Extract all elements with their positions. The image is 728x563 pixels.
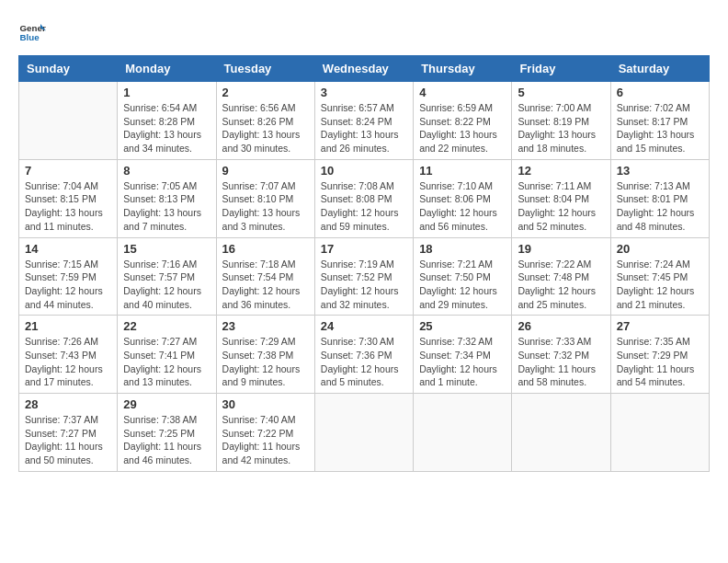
week-row-3: 14Sunrise: 7:15 AMSunset: 7:59 PMDayligh…: [19, 237, 710, 316]
day-number: 9: [222, 164, 309, 178]
day-number: 6: [617, 86, 703, 99]
sun-info: Sunrise: 7:16 AMSunset: 7:57 PMDaylight:…: [123, 258, 210, 312]
calendar: SundayMondayTuesdayWednesdayThursdayFrid…: [18, 55, 710, 472]
calendar-cell: 8Sunrise: 7:05 AMSunset: 8:13 PMDaylight…: [118, 159, 216, 237]
sun-info: Sunrise: 7:35 AMSunset: 7:29 PMDaylight:…: [617, 335, 703, 389]
calendar-cell: 20Sunrise: 7:24 AMSunset: 7:45 PMDayligh…: [610, 237, 709, 316]
day-number: 11: [419, 164, 506, 178]
weekday-header-sunday: Sunday: [19, 56, 118, 82]
day-number: 21: [25, 319, 111, 333]
day-number: 8: [123, 164, 210, 178]
sun-info: Sunrise: 6:56 AMSunset: 8:26 PMDaylight:…: [222, 101, 309, 155]
sun-info: Sunrise: 7:27 AMSunset: 7:41 PMDaylight:…: [123, 335, 210, 389]
sun-info: Sunrise: 7:21 AMSunset: 7:50 PMDaylight:…: [419, 258, 506, 312]
day-number: 18: [419, 242, 506, 256]
day-number: 16: [222, 242, 309, 256]
calendar-cell: 10Sunrise: 7:08 AMSunset: 8:08 PMDayligh…: [314, 159, 413, 237]
day-number: 24: [321, 319, 407, 333]
day-number: 27: [617, 319, 703, 333]
calendar-cell: 24Sunrise: 7:30 AMSunset: 7:36 PMDayligh…: [314, 316, 413, 394]
sun-info: Sunrise: 6:59 AMSunset: 8:22 PMDaylight:…: [419, 101, 506, 155]
day-number: 25: [419, 319, 506, 333]
week-row-5: 28Sunrise: 7:37 AMSunset: 7:27 PMDayligh…: [19, 394, 710, 472]
calendar-cell: 12Sunrise: 7:11 AMSunset: 8:04 PMDayligh…: [512, 159, 610, 237]
svg-text:Blue: Blue: [20, 32, 40, 42]
calendar-cell: [610, 394, 709, 472]
sun-info: Sunrise: 7:04 AMSunset: 8:15 PMDaylight:…: [25, 179, 111, 234]
day-number: 29: [123, 397, 210, 411]
logo: General Blue: [18, 18, 46, 46]
sun-info: Sunrise: 7:07 AMSunset: 8:10 PMDaylight:…: [222, 179, 309, 234]
weekday-header-tuesday: Tuesday: [216, 56, 314, 82]
day-number: 23: [222, 319, 309, 333]
sun-info: Sunrise: 7:38 AMSunset: 7:25 PMDaylight:…: [123, 413, 210, 467]
sun-info: Sunrise: 7:33 AMSunset: 7:32 PMDaylight:…: [518, 335, 604, 389]
header: General Blue: [18, 18, 710, 46]
day-number: 5: [518, 86, 604, 99]
week-row-1: 1Sunrise: 6:54 AMSunset: 8:28 PMDaylight…: [19, 82, 710, 160]
sun-info: Sunrise: 7:10 AMSunset: 8:06 PMDaylight:…: [419, 179, 506, 234]
calendar-cell: 22Sunrise: 7:27 AMSunset: 7:41 PMDayligh…: [118, 316, 216, 394]
day-number: 15: [123, 242, 210, 256]
day-number: 26: [518, 319, 604, 333]
calendar-cell: 7Sunrise: 7:04 AMSunset: 8:15 PMDaylight…: [19, 159, 118, 237]
sun-info: Sunrise: 6:57 AMSunset: 8:24 PMDaylight:…: [321, 101, 407, 155]
calendar-cell: [19, 82, 118, 160]
sun-info: Sunrise: 7:02 AMSunset: 8:17 PMDaylight:…: [617, 101, 703, 155]
sun-info: Sunrise: 7:13 AMSunset: 8:01 PMDaylight:…: [617, 179, 703, 234]
sun-info: Sunrise: 7:24 AMSunset: 7:45 PMDaylight:…: [617, 258, 703, 312]
day-number: 19: [518, 242, 604, 256]
sun-info: Sunrise: 7:15 AMSunset: 7:59 PMDaylight:…: [25, 258, 111, 312]
calendar-cell: 3Sunrise: 6:57 AMSunset: 8:24 PMDaylight…: [314, 82, 413, 160]
calendar-cell: [314, 394, 413, 472]
weekday-header-row: SundayMondayTuesdayWednesdayThursdayFrid…: [19, 56, 710, 82]
weekday-header-wednesday: Wednesday: [314, 56, 413, 82]
day-number: 3: [321, 86, 407, 99]
calendar-cell: 6Sunrise: 7:02 AMSunset: 8:17 PMDaylight…: [610, 82, 709, 160]
calendar-cell: 18Sunrise: 7:21 AMSunset: 7:50 PMDayligh…: [414, 237, 512, 316]
sun-info: Sunrise: 7:30 AMSunset: 7:36 PMDaylight:…: [321, 335, 407, 389]
day-number: 30: [222, 397, 309, 411]
calendar-cell: 29Sunrise: 7:38 AMSunset: 7:25 PMDayligh…: [118, 394, 216, 472]
calendar-cell: 26Sunrise: 7:33 AMSunset: 7:32 PMDayligh…: [512, 316, 610, 394]
calendar-cell: 2Sunrise: 6:56 AMSunset: 8:26 PMDaylight…: [216, 82, 314, 160]
sun-info: Sunrise: 6:54 AMSunset: 8:28 PMDaylight:…: [123, 101, 210, 155]
day-number: 20: [617, 242, 703, 256]
calendar-cell: 21Sunrise: 7:26 AMSunset: 7:43 PMDayligh…: [19, 316, 118, 394]
calendar-cell: 27Sunrise: 7:35 AMSunset: 7:29 PMDayligh…: [610, 316, 709, 394]
day-number: 2: [222, 86, 309, 99]
calendar-cell: 11Sunrise: 7:10 AMSunset: 8:06 PMDayligh…: [414, 159, 512, 237]
calendar-cell: 5Sunrise: 7:00 AMSunset: 8:19 PMDaylight…: [512, 82, 610, 160]
sun-info: Sunrise: 7:37 AMSunset: 7:27 PMDaylight:…: [25, 413, 111, 467]
sun-info: Sunrise: 7:22 AMSunset: 7:48 PMDaylight:…: [518, 258, 604, 312]
day-number: 12: [518, 164, 604, 178]
sun-info: Sunrise: 7:08 AMSunset: 8:08 PMDaylight:…: [321, 179, 407, 234]
week-row-2: 7Sunrise: 7:04 AMSunset: 8:15 PMDaylight…: [19, 159, 710, 237]
calendar-cell: [414, 394, 512, 472]
day-number: 17: [321, 242, 407, 256]
calendar-cell: 14Sunrise: 7:15 AMSunset: 7:59 PMDayligh…: [19, 237, 118, 316]
sun-info: Sunrise: 7:18 AMSunset: 7:54 PMDaylight:…: [222, 258, 309, 312]
calendar-cell: 13Sunrise: 7:13 AMSunset: 8:01 PMDayligh…: [610, 159, 709, 237]
sun-info: Sunrise: 7:40 AMSunset: 7:22 PMDaylight:…: [222, 413, 309, 467]
logo-icon: General Blue: [18, 18, 46, 46]
sun-info: Sunrise: 7:11 AMSunset: 8:04 PMDaylight:…: [518, 179, 604, 234]
day-number: 28: [25, 397, 111, 411]
sun-info: Sunrise: 7:32 AMSunset: 7:34 PMDaylight:…: [419, 335, 506, 389]
day-number: 1: [123, 86, 210, 99]
sun-info: Sunrise: 7:05 AMSunset: 8:13 PMDaylight:…: [123, 179, 210, 234]
weekday-header-monday: Monday: [118, 56, 216, 82]
sun-info: Sunrise: 7:29 AMSunset: 7:38 PMDaylight:…: [222, 335, 309, 389]
calendar-cell: 23Sunrise: 7:29 AMSunset: 7:38 PMDayligh…: [216, 316, 314, 394]
calendar-cell: 1Sunrise: 6:54 AMSunset: 8:28 PMDaylight…: [118, 82, 216, 160]
sun-info: Sunrise: 7:19 AMSunset: 7:52 PMDaylight:…: [321, 258, 407, 312]
day-number: 4: [419, 86, 506, 99]
week-row-4: 21Sunrise: 7:26 AMSunset: 7:43 PMDayligh…: [19, 316, 710, 394]
calendar-cell: 30Sunrise: 7:40 AMSunset: 7:22 PMDayligh…: [216, 394, 314, 472]
sun-info: Sunrise: 7:00 AMSunset: 8:19 PMDaylight:…: [518, 101, 604, 155]
weekday-header-saturday: Saturday: [610, 56, 709, 82]
calendar-cell: [512, 394, 610, 472]
calendar-cell: 15Sunrise: 7:16 AMSunset: 7:57 PMDayligh…: [118, 237, 216, 316]
calendar-cell: 28Sunrise: 7:37 AMSunset: 7:27 PMDayligh…: [19, 394, 118, 472]
day-number: 10: [321, 164, 407, 178]
